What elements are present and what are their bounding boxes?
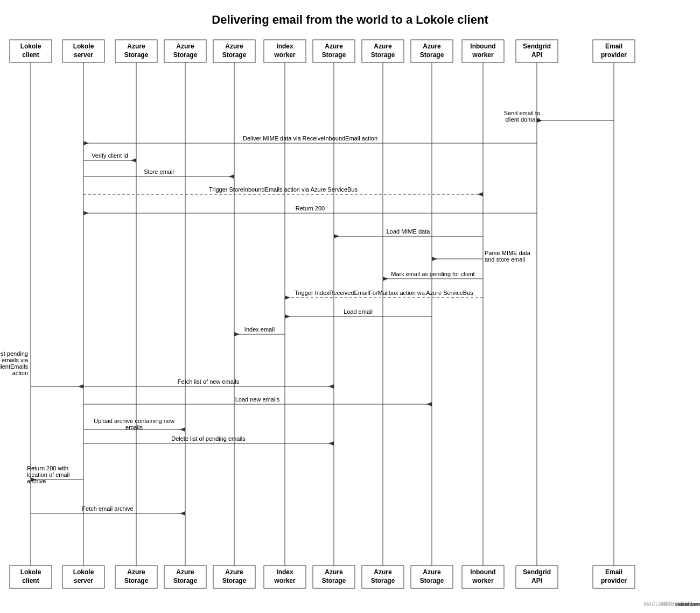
svg-text:Trigger StoreInboundEmails act: Trigger StoreInboundEmails action via Az… (209, 186, 358, 193)
svg-text:Return 200: Return 200 (296, 205, 325, 212)
svg-text:API: API (531, 577, 542, 584)
svg-text:Azure: Azure (423, 568, 441, 576)
svg-marker-45 (285, 314, 290, 319)
svg-marker-23 (229, 174, 234, 179)
svg-text:Lokole: Lokole (20, 568, 41, 576)
svg-text:Load MIME data: Load MIME data (387, 228, 431, 235)
sequence-diagram: Send email to client domain Deliver MIME… (0, 36, 700, 613)
svg-text:Load email: Load email (344, 308, 373, 315)
svg-text:Azure: Azure (325, 43, 343, 50)
svg-marker-32 (334, 234, 339, 238)
svg-text:Azure: Azure (225, 43, 243, 50)
svg-text:worker: worker (472, 51, 494, 59)
svg-text:Azure: Azure (374, 43, 392, 50)
svg-marker-51 (78, 384, 83, 389)
svg-marker-75 (180, 511, 185, 516)
svg-text:Storage: Storage (124, 577, 149, 584)
svg-text:API: API (531, 51, 542, 59)
svg-text:Store email: Store email (144, 168, 174, 175)
svg-text:worker: worker (472, 577, 494, 584)
svg-text:server: server (74, 577, 93, 584)
svg-text:provider: provider (601, 577, 627, 584)
svg-marker-57 (328, 384, 334, 389)
svg-text:Mark email as pending for clie: Mark email as pending for client (391, 271, 474, 277)
svg-text:Email: Email (605, 43, 622, 50)
svg-text:Deliver MIME data via ReceiveI: Deliver MIME data via ReceiveInboundEmai… (243, 135, 377, 142)
svg-text:Verify client id: Verify client id (92, 152, 128, 159)
svg-text:Azure: Azure (176, 568, 194, 576)
svg-text:client: client (22, 577, 39, 584)
svg-marker-17 (83, 141, 89, 145)
svg-text:Storage: Storage (124, 51, 149, 59)
svg-text:emails: emails (125, 424, 143, 431)
svg-text:Lokole: Lokole (73, 568, 94, 576)
svg-text:Lokole: Lokole (73, 43, 94, 50)
svg-text:and store email: and store email (485, 256, 525, 263)
svg-text:DownloadClientEmails: DownloadClientEmails (0, 363, 28, 370)
svg-text:emails via: emails via (2, 357, 29, 363)
svg-marker-63 (180, 427, 185, 432)
svg-text:Storage: Storage (322, 577, 346, 584)
svg-text:Storage: Storage (371, 51, 395, 59)
svg-text:Delete list of pending emails: Delete list of pending emails (171, 435, 246, 442)
svg-text:client: client (22, 51, 39, 59)
svg-text:worker: worker (274, 51, 296, 59)
page-title: Delivering email from the world to a Lok… (0, 0, 700, 36)
svg-text:swimlanes.io: swimlanes.io (675, 601, 700, 607)
svg-text:Upload archive containing new: Upload archive containing new (94, 418, 174, 424)
svg-text:Fetch list of new emails: Fetch list of new emails (178, 378, 240, 385)
svg-text:Azure: Azure (325, 568, 343, 576)
svg-text:Storage: Storage (420, 577, 444, 584)
svg-text:Inbound: Inbound (470, 568, 495, 576)
svg-text:action: action (12, 370, 28, 376)
svg-text:Storage: Storage (222, 51, 247, 59)
svg-text:Trigger IndexReceivedEmailForM: Trigger IndexReceivedEmailForMailbox act… (295, 290, 473, 296)
svg-text:Index email: Index email (244, 326, 275, 333)
svg-marker-67 (328, 441, 334, 446)
svg-text:worker: worker (274, 577, 296, 584)
svg-marker-29 (83, 211, 89, 215)
svg-marker-42 (285, 295, 290, 300)
svg-marker-48 (234, 332, 240, 336)
svg-text:Azure: Azure (176, 43, 194, 50)
svg-text:Fetch email archive: Fetch email archive (82, 505, 133, 512)
svg-text:location of email: location of email (27, 471, 70, 478)
svg-text:server: server (74, 51, 93, 59)
svg-text:Azure: Azure (127, 43, 145, 50)
svg-marker-60 (426, 402, 432, 406)
svg-marker-35 (432, 257, 437, 261)
svg-text:Storage: Storage (173, 51, 198, 59)
svg-text:Send email to: Send email to (504, 110, 540, 116)
svg-text:Azure: Azure (374, 568, 392, 576)
svg-text:archive: archive (27, 478, 46, 484)
svg-text:Inbound: Inbound (470, 43, 495, 50)
svg-text:Storage: Storage (222, 577, 247, 584)
svg-text:Return 200 with: Return 200 with (27, 465, 68, 471)
svg-marker-39 (383, 277, 388, 281)
svg-text:MADE WITH: MADE WITH (643, 601, 674, 607)
svg-text:Load new emails: Load new emails (235, 396, 280, 403)
svg-text:Request pending: Request pending (0, 350, 28, 357)
svg-text:Storage: Storage (371, 577, 395, 584)
svg-text:Azure: Azure (423, 43, 441, 50)
svg-text:Azure: Azure (225, 568, 243, 576)
svg-text:Sendgrid: Sendgrid (523, 568, 551, 576)
svg-text:Storage: Storage (322, 51, 346, 59)
svg-text:client domain: client domain (505, 116, 540, 123)
svg-text:Sendgrid: Sendgrid (523, 43, 551, 50)
svg-text:Index: Index (276, 43, 293, 50)
svg-marker-20 (131, 158, 136, 163)
svg-text:Parse MIME data: Parse MIME data (485, 250, 531, 256)
svg-text:Storage: Storage (173, 577, 198, 584)
svg-text:Email: Email (605, 568, 622, 576)
svg-text:Lokole: Lokole (20, 43, 41, 50)
svg-text:Azure: Azure (127, 568, 145, 576)
svg-marker-26 (478, 192, 483, 196)
svg-text:provider: provider (601, 51, 627, 59)
svg-text:Index: Index (276, 568, 293, 576)
svg-text:Storage: Storage (420, 51, 444, 59)
